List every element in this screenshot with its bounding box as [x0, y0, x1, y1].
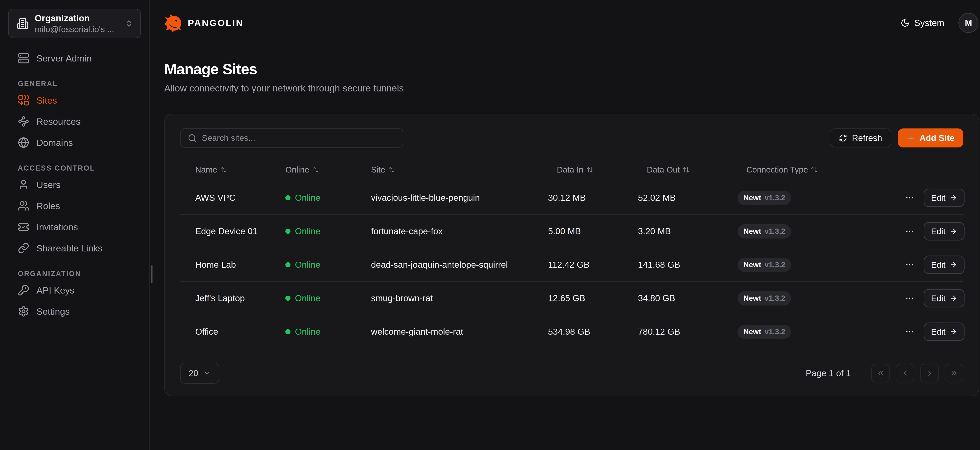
avatar-initial: M	[965, 18, 972, 28]
page-size-select[interactable]: 20	[180, 363, 220, 383]
section-label-organization: ORGANIZATION	[0, 269, 149, 279]
edit-button[interactable]: Edit	[924, 289, 964, 307]
cell-data-out: 141.68 GB	[638, 260, 738, 270]
globe-icon	[18, 137, 29, 148]
column-header-data-out[interactable]: Data Out	[638, 165, 738, 174]
column-header-online[interactable]: Online	[285, 165, 371, 174]
pagination-bar: 20 Page 1 of 1	[180, 363, 963, 383]
edit-button[interactable]: Edit	[924, 255, 964, 274]
brand-logo: PANGOLIN	[164, 14, 243, 32]
gear-icon	[18, 306, 29, 317]
online-dot-icon	[285, 296, 291, 301]
row-more-menu-button[interactable]	[905, 193, 914, 203]
row-more-menu-button[interactable]	[905, 327, 914, 336]
users-icon	[18, 200, 29, 211]
add-site-button[interactable]: Add Site	[898, 128, 963, 147]
sidebar-item-roles[interactable]: Roles	[0, 195, 149, 216]
sort-icon	[586, 166, 593, 173]
table-row: Edge Device 01 Online fortunate-cape-fox…	[180, 214, 963, 248]
online-dot-icon	[285, 262, 291, 267]
search-input[interactable]	[202, 133, 397, 143]
plus-icon	[907, 134, 915, 143]
sort-icon	[388, 166, 395, 173]
section-label-general: GENERAL	[0, 79, 149, 89]
arrow-right-icon	[950, 328, 957, 336]
waypoints-icon	[18, 116, 29, 127]
building-icon	[17, 17, 29, 30]
table-row: AWS VPC Online vivacious-little-blue-pen…	[180, 181, 963, 214]
topbar: PANGOLIN System M	[150, 0, 980, 46]
cell-data-in: 112.42 GB	[548, 260, 638, 270]
edit-button[interactable]: Edit	[924, 189, 964, 207]
user-icon	[18, 179, 29, 190]
row-more-menu-button[interactable]	[905, 227, 914, 236]
refresh-icon	[839, 134, 847, 142]
next-page-button[interactable]	[920, 364, 939, 382]
status-badge: Online	[285, 226, 320, 236]
chevron-left-icon	[901, 369, 909, 377]
org-selector[interactable]: Organization milo@fossorial.io's ...	[8, 9, 141, 38]
cell-site: welcome-giant-mole-rat	[371, 326, 548, 337]
pangolin-logo-icon	[164, 14, 183, 32]
avatar[interactable]: M	[958, 13, 978, 33]
cell-data-in: 534.98 GB	[548, 326, 638, 337]
table-row: Jeff's Laptop Online smug-brown-rat 12.6…	[180, 281, 963, 315]
refresh-button[interactable]: Refresh	[830, 128, 891, 147]
row-more-menu-button[interactable]	[905, 293, 914, 303]
sidebar-item-label: Domains	[37, 137, 73, 148]
online-dot-icon	[285, 229, 291, 234]
sidebar-item-settings[interactable]: Settings	[0, 301, 149, 322]
sidebar-item-label: API Keys	[37, 285, 74, 296]
cell-name: AWS VPC	[180, 193, 285, 203]
connection-type-badge: Newtv1.3.2	[738, 291, 791, 306]
add-site-label: Add Site	[920, 133, 955, 143]
online-dot-icon	[285, 195, 291, 200]
edit-button[interactable]: Edit	[924, 323, 964, 341]
page-head: Manage Sites Allow connectivity to your …	[150, 60, 980, 94]
status-badge: Online	[285, 260, 320, 270]
cell-site: smug-brown-rat	[371, 293, 548, 303]
sidebar: Organization milo@fossorial.io's ... Ser…	[0, 0, 150, 450]
column-header-data-in[interactable]: Data In	[548, 165, 638, 174]
prev-page-button[interactable]	[896, 364, 914, 382]
connection-type-badge: Newtv1.3.2	[738, 191, 791, 205]
sidebar-item-domains[interactable]: Domains	[0, 132, 149, 153]
page-status: Page 1 of 1	[806, 368, 851, 378]
table-row: Office Online welcome-giant-mole-rat 534…	[180, 315, 963, 348]
section-label-access-control: ACCESS CONTROL	[0, 163, 149, 173]
chevrons-up-down-icon	[125, 19, 133, 28]
column-header-site[interactable]: Site	[371, 165, 548, 174]
chevrons-left-icon	[877, 369, 885, 377]
refresh-label: Refresh	[852, 133, 882, 143]
column-header-connection-type[interactable]: Connection Type	[738, 165, 897, 174]
sidebar-item-api-keys[interactable]: API Keys	[0, 280, 149, 301]
theme-toggle[interactable]: System	[900, 17, 944, 28]
chevron-right-icon	[926, 369, 934, 377]
sort-icon	[220, 166, 227, 173]
last-page-button[interactable]	[945, 364, 963, 382]
sidebar-item-server-admin[interactable]: Server Admin	[0, 48, 149, 69]
sidebar-item-users[interactable]: Users	[0, 174, 149, 195]
sidebar-item-invitations[interactable]: Invitations	[0, 216, 149, 238]
arrow-right-icon	[950, 227, 957, 235]
sites-table: Name Online Site Data In Data Out	[180, 158, 963, 348]
cell-data-in: 30.12 MB	[548, 193, 638, 203]
edit-button[interactable]: Edit	[924, 222, 964, 241]
moon-icon	[900, 18, 910, 27]
sidebar-item-sites[interactable]: Sites	[0, 90, 149, 111]
sites-toolbar: Refresh Add Site	[180, 128, 963, 148]
sidebar-nav: Server Admin GENERAL Sites Resources	[0, 48, 149, 322]
cell-name: Jeff's Laptop	[180, 293, 285, 303]
sidebar-item-label: Invitations	[37, 222, 78, 233]
org-selector-value: milo@fossorial.io's ...	[35, 24, 125, 35]
cell-name: Home Lab	[180, 260, 285, 270]
row-more-menu-button[interactable]	[905, 260, 914, 269]
cell-data-out: 52.02 MB	[638, 193, 738, 203]
table-row: Home Lab Online dead-san-joaquin-antelop…	[180, 248, 963, 281]
column-header-name[interactable]: Name	[180, 165, 285, 174]
arrow-right-icon	[950, 294, 957, 302]
first-page-button[interactable]	[871, 364, 890, 382]
sidebar-item-resources[interactable]: Resources	[0, 111, 149, 132]
cell-site: vivacious-little-blue-penguin	[371, 193, 548, 203]
sidebar-item-shareable-links[interactable]: Shareable Links	[0, 238, 149, 259]
